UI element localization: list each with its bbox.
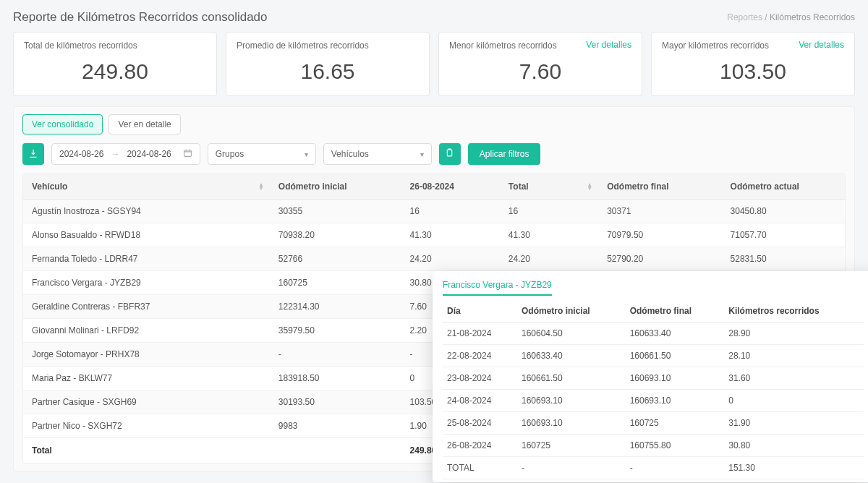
cell-total: 16 bbox=[500, 200, 598, 223]
cell-odo_final: 160661.50 bbox=[626, 345, 725, 367]
cell-km: 31.90 bbox=[724, 412, 864, 435]
breadcrumb-current: Kilómetros Recorridos bbox=[770, 12, 855, 22]
cell-vehicle: Geraldine Contreras - FBFR37 bbox=[23, 295, 270, 319]
cell-odo_initial: 9983 bbox=[270, 414, 401, 438]
cell-odo_final: 70979.50 bbox=[598, 223, 721, 247]
col-vehicle[interactable]: Vehículo ▲▼ bbox=[23, 174, 270, 200]
sort-icon: ▲▼ bbox=[258, 183, 264, 190]
card-min-km: Menor kilómetros recorridos Ver detalles… bbox=[438, 32, 642, 96]
cell-date_col: 41.30 bbox=[401, 223, 500, 247]
page-title: Reporte de Kilómetros Recorridos consoli… bbox=[13, 10, 268, 25]
table-row[interactable]: Agustín Inostroza - SGSY9430355161630371… bbox=[23, 200, 845, 223]
card-label: Promedio de kilómetros recorridos bbox=[237, 40, 369, 51]
col-date[interactable]: 26-08-2024 bbox=[401, 174, 500, 200]
popup-row: 26-08-2024160725160755.8030.80 bbox=[443, 435, 864, 457]
ver-detalles-link[interactable]: Ver detalles bbox=[799, 40, 844, 50]
vehicles-select[interactable]: Vehículos ▾ bbox=[323, 143, 432, 165]
cell-km: 28.90 bbox=[724, 322, 864, 345]
cell-odo_initial: 30193.50 bbox=[270, 390, 401, 414]
popup-row: 25-08-2024160693.1016072531.90 bbox=[443, 412, 864, 435]
cell-total: 24.20 bbox=[500, 247, 598, 271]
cell-odo_initial: 183918.50 bbox=[270, 367, 401, 390]
cell-odo_initial: 160725 bbox=[270, 271, 401, 295]
cell-odo_initial: 160693.10 bbox=[517, 390, 626, 412]
tab-detail[interactable]: Ver en detalle bbox=[109, 114, 180, 134]
cell-vehicle: Agustín Inostroza - SGSY94 bbox=[23, 200, 270, 223]
download-button[interactable] bbox=[22, 143, 44, 165]
cell-odo_initial: 160725 bbox=[517, 435, 626, 457]
cell-odo_final: 160693.10 bbox=[626, 390, 725, 412]
cell-odo_initial: 35979.50 bbox=[270, 319, 401, 343]
cell-day: 24-08-2024 bbox=[443, 390, 517, 412]
col-odo-final[interactable]: Odómetro final bbox=[598, 174, 721, 200]
cell-odo_initial: - bbox=[517, 457, 626, 479]
card-label: Total de kilómetros recorridos bbox=[24, 40, 137, 51]
chevron-down-icon: ▾ bbox=[305, 150, 308, 158]
card-value: 103.50 bbox=[662, 59, 844, 84]
cell-odo_final: 160633.40 bbox=[626, 322, 725, 345]
cell-day: TOTAL bbox=[443, 457, 517, 479]
ver-detalles-link[interactable]: Ver detalles bbox=[586, 40, 631, 50]
card-max-km: Mayor kilómetros recorridos Ver detalles… bbox=[651, 32, 855, 96]
cell-vehicle: Francisco Vergara - JYZB29 bbox=[23, 271, 270, 295]
card-label: Mayor kilómetros recorridos bbox=[662, 40, 769, 51]
cell-total: 41.30 bbox=[500, 223, 598, 247]
select-value: Vehículos bbox=[331, 149, 369, 159]
cell-odo_current: 30450.80 bbox=[722, 200, 845, 223]
cell-vehicle: Giovanni Molinari - LRFD92 bbox=[23, 319, 270, 343]
calendar-icon bbox=[183, 148, 192, 160]
apply-filters-button[interactable]: Aplicar filtros bbox=[468, 143, 541, 165]
svg-rect-1 bbox=[448, 150, 453, 156]
table-row[interactable]: Fernanda Toledo - LDRR475276624.2024.205… bbox=[23, 247, 845, 271]
cell-odo_current: 71057.70 bbox=[722, 223, 845, 247]
cell-day: 25-08-2024 bbox=[443, 412, 517, 435]
svg-rect-0 bbox=[184, 150, 191, 157]
date-to: 2024-08-26 bbox=[127, 149, 171, 159]
popup-row: 21-08-2024160604.50160633.4028.90 bbox=[443, 322, 864, 345]
tab-consolidated[interactable]: Ver consolidado bbox=[22, 114, 103, 134]
cell-vehicle: Partner Casique - SXGH69 bbox=[23, 390, 270, 414]
col-odo-initial[interactable]: Odómetro inicial bbox=[270, 174, 401, 200]
table-row[interactable]: Alonso Basualdo - RFWD1870938.2041.3041.… bbox=[23, 223, 845, 247]
groups-select[interactable]: Grupos ▾ bbox=[208, 143, 316, 165]
arrow-right-icon: → bbox=[111, 149, 119, 159]
sort-icon: ▲▼ bbox=[587, 183, 592, 190]
card-avg-km: Promedio de kilómetros recorridos 16.65 bbox=[226, 32, 430, 96]
date-from: 2024-08-26 bbox=[59, 149, 103, 159]
card-label: Menor kilómetros recorridos bbox=[449, 40, 557, 51]
popup-row: 24-08-2024160693.10160693.100 bbox=[443, 390, 864, 412]
cell-km: 151.30 bbox=[724, 457, 864, 479]
cell-date_col: 24.20 bbox=[401, 247, 500, 271]
cell-odo_initial: 160633.40 bbox=[517, 345, 626, 367]
popup-col-odo-initial: Odómetro inicial bbox=[517, 300, 626, 322]
cell-odo_final: 52790.20 bbox=[598, 247, 721, 271]
clipboard-icon bbox=[445, 148, 454, 160]
col-odo-current[interactable]: Odómetro actual bbox=[722, 174, 845, 200]
cell-day: 22-08-2024 bbox=[443, 345, 517, 367]
cell-odo_final: 160755.80 bbox=[626, 435, 725, 457]
cell-day: 23-08-2024 bbox=[443, 367, 517, 390]
popup-vehicle-tab[interactable]: Francisco Vergara - JYZB29 bbox=[443, 278, 552, 296]
footer-label: Total bbox=[23, 438, 270, 463]
cell-odo_initial: 70938.20 bbox=[270, 223, 401, 247]
cell-vehicle: Jorge Sotomayor - PRHX78 bbox=[23, 343, 270, 367]
cell-odo_initial: 52766 bbox=[270, 247, 401, 271]
cell-km: 0 bbox=[724, 390, 864, 412]
date-range-picker[interactable]: 2024-08-26 → 2024-08-26 bbox=[51, 143, 200, 165]
cell-odo_initial: 160693.10 bbox=[517, 412, 626, 435]
popup-table: Día Odómetro inicial Odómetro final Kiló… bbox=[443, 300, 864, 479]
cell-km: 31.60 bbox=[724, 367, 864, 390]
clear-filters-button[interactable] bbox=[439, 143, 461, 165]
select-value: Grupos bbox=[216, 149, 244, 159]
col-total[interactable]: Total ▲▼ bbox=[500, 174, 598, 200]
breadcrumb-parent[interactable]: Reportes bbox=[727, 12, 762, 22]
popup-row: TOTAL--151.30 bbox=[443, 457, 864, 479]
cell-odo_initial: 122314.30 bbox=[270, 295, 401, 319]
popup-row: 22-08-2024160633.40160661.5028.10 bbox=[443, 345, 864, 367]
cell-vehicle: Alonso Basualdo - RFWD18 bbox=[23, 223, 270, 247]
card-value: 16.65 bbox=[237, 59, 419, 84]
cell-vehicle: Maria Paz - BKLW77 bbox=[23, 367, 270, 390]
detail-popup: Francisco Vergara - JYZB29 Día Odómetro … bbox=[433, 271, 868, 482]
card-value: 7.60 bbox=[449, 59, 631, 84]
popup-col-km: Kilómetros recorridos bbox=[724, 300, 864, 322]
